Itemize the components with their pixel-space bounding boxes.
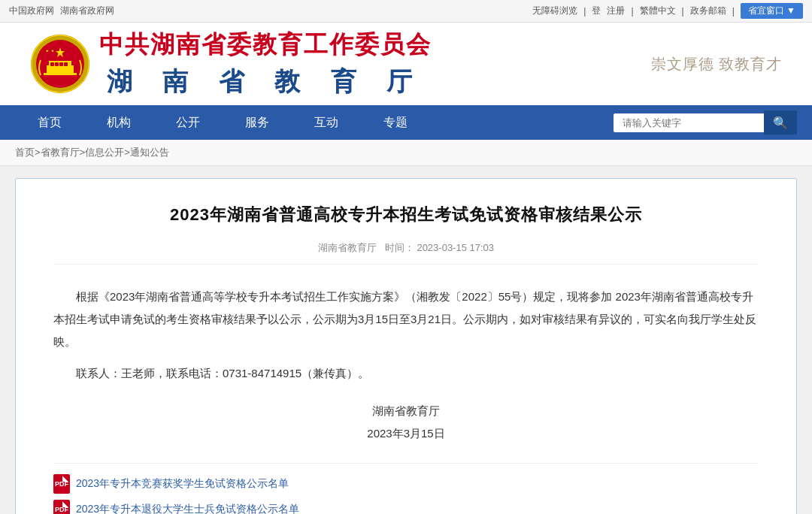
footer-date: 2023年3月15日: [53, 422, 759, 445]
register-link[interactable]: 注册: [607, 5, 625, 17]
nav-interact[interactable]: 互动: [292, 105, 361, 140]
breadcrumb-home[interactable]: 首页: [15, 147, 35, 158]
search-button[interactable]: 🔍: [764, 110, 797, 135]
breadcrumb-current: 通知公告: [130, 147, 169, 158]
svg-rect-7: [59, 62, 63, 66]
header-title-sub: 湖 南 省 教 育 厅: [107, 65, 425, 99]
article-contact: 联系人：王老师，联系电话：0731-84714915（兼传真）。: [53, 362, 759, 385]
utility-links: 无障碍浏览 | 登 注册 | 繁體中文 | 政务邮箱 | 省宜窗口 ▼: [532, 3, 803, 19]
attachment-icon-1: PDF: [53, 474, 70, 494]
header-title-main: 中共湖南省委教育工作委员会: [99, 29, 432, 62]
main: 2023年湖南省普通高校专升本招生考试免试资格审核结果公示 湖南省教育厅 时间：…: [0, 166, 812, 514]
attachment-2[interactable]: PDF 2023年专升本退役大学生士兵免试资格公示名单: [53, 500, 759, 514]
search-input[interactable]: [614, 113, 764, 132]
login-link[interactable]: 登: [592, 5, 601, 17]
svg-rect-6: [55, 62, 59, 66]
article-meta: 湖南省教育厅 时间： 2023-03-15 17:03: [53, 241, 759, 265]
email-link[interactable]: 政务邮箱: [690, 5, 726, 17]
search-icon: 🔍: [773, 116, 788, 130]
top-bar: 中国政府网 湖南省政府网 无障碍浏览 | 登 注册 | 繁體中文 | 政务邮箱 …: [0, 0, 812, 23]
nav-home[interactable]: 首页: [15, 105, 84, 140]
nav-open[interactable]: 公开: [153, 105, 223, 140]
nav-search: 🔍: [614, 110, 797, 135]
article-footer: 湖南省教育厅 2023年3月15日: [53, 400, 759, 445]
attachment-icon-2: PDF: [53, 500, 70, 514]
attachment-1[interactable]: PDF 2023年专升本竞赛获奖学生免试资格公示名单: [53, 474, 759, 494]
nav-service[interactable]: 服务: [223, 105, 292, 140]
navbar: 首页 机构 公开 服务 互动 专题 🔍: [0, 105, 812, 140]
footer-org: 湖南省教育厅: [53, 400, 759, 422]
accessibility-link[interactable]: 无障碍浏览: [532, 5, 577, 17]
attachment-label-2: 2023年专升本退役大学生士兵免试资格公示名单: [76, 503, 299, 514]
nav-items: 首页 机构 公开 服务 互动 专题: [15, 105, 614, 140]
header-slogan: 崇文厚德 致教育才: [651, 54, 782, 74]
svg-rect-4: [44, 73, 77, 75]
meta-time-label: 时间：: [385, 242, 414, 253]
attachment-label-1: 2023年专升本竞赛获奖学生免试资格公示名单: [76, 477, 289, 491]
province-btn[interactable]: 省宜窗口 ▼: [741, 3, 803, 19]
china-gov-link[interactable]: 中国政府网: [9, 5, 54, 17]
article-body: 根据《2023年湖南省普通高等学校专升本考试招生工作实施方案》（湘教发〔2022…: [53, 286, 759, 353]
national-emblem: [30, 34, 90, 94]
traditional-chinese-link[interactable]: 繁體中文: [640, 5, 676, 17]
breadcrumb-dept[interactable]: 省教育厅: [41, 147, 80, 158]
attachments: PDF 2023年专升本竞赛获奖学生免试资格公示名单 PDF 2023年专升本退…: [53, 463, 759, 514]
header: 中共湖南省委教育工作委员会 湖 南 省 教 育 厅 崇文厚德 致教育才: [0, 23, 812, 105]
article-title: 2023年湖南省普通高校专升本招生考试免试资格审核结果公示: [53, 201, 759, 228]
content-card: 2023年湖南省普通高校专升本招生考试免试资格审核结果公示 湖南省教育厅 时间：…: [15, 178, 797, 514]
meta-source: 湖南省教育厅: [318, 242, 377, 253]
breadcrumb: 首页>省教育厅>信息公开>通知公告: [0, 140, 812, 166]
meta-time: 2023-03-15 17:03: [417, 242, 494, 253]
nav-topic[interactable]: 专题: [361, 105, 430, 140]
header-title-container: 中共湖南省委教育工作委员会 湖 南 省 教 育 厅: [99, 29, 432, 99]
breadcrumb-info[interactable]: 信息公开: [85, 147, 124, 158]
nav-org[interactable]: 机构: [84, 105, 153, 140]
svg-rect-8: [64, 62, 68, 66]
svg-rect-5: [50, 62, 54, 66]
hunan-gov-link[interactable]: 湖南省政府网: [60, 5, 114, 17]
gov-links: 中国政府网 湖南省政府网: [9, 5, 114, 17]
